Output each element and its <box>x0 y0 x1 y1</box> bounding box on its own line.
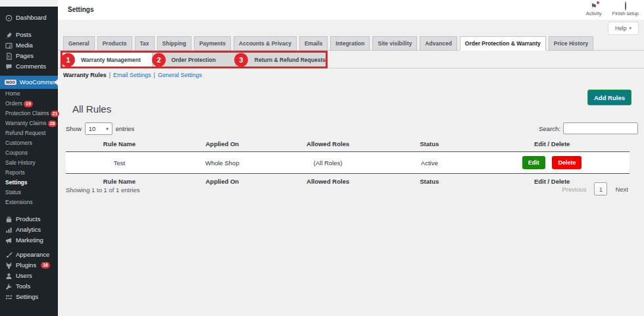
setup-progress-icon <box>625 2 626 10</box>
tab-site-visibility[interactable]: Site visibility <box>372 36 417 51</box>
sidebar-subitem-status[interactable]: Status <box>0 188 58 198</box>
finish-setup-button[interactable]: Finish setup <box>612 2 639 16</box>
subtab-warranty-management[interactable]: Warranty Management <box>62 53 152 66</box>
user-icon <box>5 272 12 280</box>
sidebar-subitem-refund-request[interactable]: Refund Request <box>0 128 58 138</box>
page-size-control: Show 10▾ entries <box>66 122 134 135</box>
breadcrumb-email-settings[interactable]: Email Settings <box>113 72 151 78</box>
sidebar-subitem-extensions[interactable]: Extensions <box>0 198 58 207</box>
plugins-count-badge: 16 <box>41 262 50 269</box>
sidebar-subitem-home[interactable]: Home <box>0 89 58 99</box>
admin-sidebar: Dashboard Posts Media Pages Comments WOO… <box>0 7 58 316</box>
current-page-button[interactable]: 1 <box>594 182 607 196</box>
sidebar-item-label: WooCommerce <box>20 78 63 86</box>
previous-page-button[interactable]: Previous <box>562 186 586 193</box>
sidebar-subitem-protection-claims[interactable]: Protection Claims21 <box>0 109 58 118</box>
col-header-allowed-roles: Allowed Roles <box>272 136 384 152</box>
sidebar-item-label: Users <box>16 272 32 280</box>
tab-price-history[interactable]: Price History <box>549 36 593 51</box>
sidebar-item-dashboard[interactable]: Dashboard <box>0 13 58 23</box>
help-button[interactable]: Help▾ <box>608 22 639 35</box>
sidebar-subitem-customers[interactable]: Customers <box>0 138 58 148</box>
sidebar-item-plugins[interactable]: Plugins 16 <box>0 260 58 271</box>
settings-tab-bar: General Products Tax Shipping Payments A… <box>63 36 593 51</box>
sidebar-subitem-reports[interactable]: Reports <box>0 168 58 178</box>
comment-bubble-icon <box>5 63 12 70</box>
notification-dot <box>597 1 599 4</box>
sidebar-item-label: Plugins <box>16 261 36 269</box>
sidebar-item-tools[interactable]: Tools <box>0 281 58 292</box>
show-label: Show <box>66 125 82 132</box>
media-icon <box>5 41 12 49</box>
page-size-select[interactable]: 10▾ <box>85 122 112 135</box>
sidebar-subitem-warranty-claims[interactable]: Warranty Claims28 <box>0 118 58 128</box>
sidebar-item-posts[interactable]: Posts <box>0 30 58 40</box>
dashboard-icon <box>5 14 12 22</box>
sidebar-item-settings[interactable]: Settings <box>0 292 58 302</box>
tab-order-protection-warranty[interactable]: Order Protection & Warranty <box>460 36 546 51</box>
sidebar-item-label: Comments <box>16 63 46 70</box>
tab-shipping[interactable]: Shipping <box>157 36 191 51</box>
sidebar-subitem-sale-history[interactable]: Sale History <box>0 158 58 168</box>
delete-button[interactable]: Delete <box>552 156 582 169</box>
search-input[interactable] <box>563 122 638 134</box>
tab-tax[interactable]: Tax <box>135 36 155 51</box>
tab-advanced[interactable]: Advanced <box>420 36 457 51</box>
paintbrush-icon <box>5 251 12 259</box>
annotation-box: Warranty Management Order Protection Ret… <box>61 51 328 68</box>
sidebar-item-marketing[interactable]: Marketing <box>0 235 58 246</box>
settings-sliders-icon <box>5 293 12 301</box>
cell-status: Active <box>384 152 474 174</box>
sidebar-item-pages[interactable]: Pages <box>0 51 58 61</box>
sidebar-item-products[interactable]: Products <box>0 214 58 224</box>
caret-down-icon: ▾ <box>106 126 109 132</box>
sidebar-item-label: Dashboard <box>16 14 46 22</box>
sidebar-subitem-settings[interactable]: Settings <box>0 178 58 188</box>
page-title: Settings <box>68 0 93 20</box>
breadcrumb-warranty-rules[interactable]: Warranty Rules <box>63 72 107 78</box>
breadcrumb: Warranty Rules | Email Settings | Genera… <box>63 72 202 78</box>
col-footer-allowed-roles: Allowed Roles <box>272 174 384 190</box>
sidebar-item-label: Pages <box>16 52 34 60</box>
activity-flag-icon: ⚑ <box>591 2 597 10</box>
col-footer-applied-on: Applied On <box>173 174 272 190</box>
tab-payments[interactable]: Payments <box>194 36 231 51</box>
sidebar-item-label: Tools <box>16 282 30 290</box>
pagination: Previous 1 Next <box>562 182 628 196</box>
sidebar-item-analytics[interactable]: Analytics <box>0 224 58 235</box>
sidebar-item-label: Appearance <box>16 251 49 259</box>
add-rules-button[interactable]: Add Rules <box>587 90 632 105</box>
sidebar-subitem-coupons[interactable]: Coupons <box>0 148 58 158</box>
col-header-edit-delete: Edit / Delete <box>474 136 630 152</box>
woocommerce-header: Settings ⚑ Activity Finish setup <box>58 0 644 20</box>
plugin-icon <box>5 261 12 269</box>
protection-claims-count-badge: 21 <box>51 111 60 117</box>
annotation-circle-3: 3 <box>234 53 248 66</box>
next-page-button[interactable]: Next <box>615 186 628 193</box>
activity-button[interactable]: ⚑ Activity <box>586 2 602 16</box>
sidebar-item-comments[interactable]: Comments <box>0 61 58 72</box>
tab-general[interactable]: General <box>63 36 95 51</box>
tab-emails[interactable]: Emails <box>299 36 328 51</box>
breadcrumb-general-settings[interactable]: General Settings <box>158 72 202 78</box>
all-rules-heading: All Rules <box>72 103 111 115</box>
col-header-status: Status <box>384 136 474 152</box>
woocommerce-logo-icon: WOO <box>5 80 16 85</box>
subtab-return-refund-requests[interactable]: Return & Refund Requests <box>235 53 326 66</box>
tab-products[interactable]: Products <box>97 36 132 51</box>
sidebar-item-users[interactable]: Users <box>0 271 58 281</box>
edit-button[interactable]: Edit <box>522 156 545 169</box>
pushpin-icon <box>5 31 12 39</box>
sidebar-subitem-orders[interactable]: Orders19 <box>0 99 58 109</box>
tab-accounts-privacy[interactable]: Accounts & Privacy <box>234 36 297 51</box>
tab-integration[interactable]: Integration <box>330 36 370 51</box>
sidebar-item-appearance[interactable]: Appearance <box>0 250 58 260</box>
annotation-circle-2: 2 <box>152 53 166 66</box>
sidebar-item-media[interactable]: Media <box>0 40 58 51</box>
orders-count-badge: 19 <box>24 101 33 107</box>
products-box-icon <box>5 215 12 223</box>
col-footer-status: Status <box>384 174 474 190</box>
sidebar-item-woocommerce[interactable]: WOO WooCommerce <box>0 76 58 89</box>
caret-down-icon: ▾ <box>629 26 632 31</box>
finish-setup-label: Finish setup <box>612 11 639 16</box>
